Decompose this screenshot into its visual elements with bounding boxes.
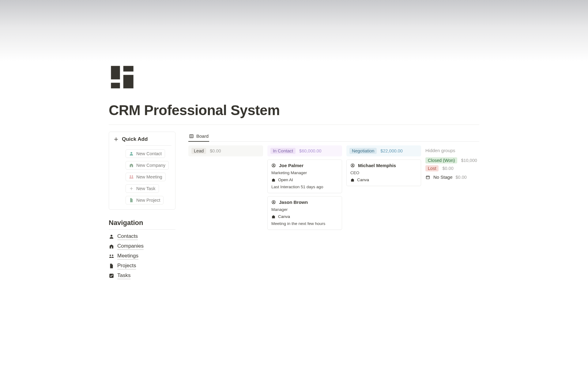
- building-icon: [271, 178, 276, 182]
- people-icon: [109, 253, 114, 259]
- quick-add-card: Quick Add New Contact New Company New Me…: [109, 132, 175, 210]
- page-emoji-icon[interactable]: [109, 61, 136, 94]
- column-header[interactable]: In Contact $60,000.00: [267, 145, 342, 156]
- view-tabs: Board: [188, 132, 479, 142]
- stage-amount: $0.00: [442, 166, 453, 171]
- nav-companies[interactable]: Companies: [109, 243, 175, 250]
- empty-stage-icon: [425, 175, 430, 180]
- contact-company: Open AI: [278, 178, 293, 182]
- svg-rect-1: [123, 66, 134, 71]
- svg-point-11: [112, 255, 114, 256]
- divider: [109, 125, 479, 125]
- svg-rect-9: [111, 247, 112, 249]
- svg-point-19: [352, 164, 353, 166]
- new-company-button[interactable]: New Company: [126, 161, 169, 170]
- svg-rect-5: [131, 166, 132, 167]
- new-project-button[interactable]: New Project: [126, 196, 164, 204]
- column-header[interactable]: Lead $0.00: [188, 145, 263, 156]
- stage-tag: Lost: [425, 165, 439, 171]
- divider: [126, 145, 172, 146]
- contact-name: Jason Brown: [279, 200, 308, 205]
- contact-role: Manager: [271, 207, 338, 212]
- nav-tasks[interactable]: Tasks: [109, 272, 175, 279]
- stage-amount: $0.00: [456, 175, 467, 180]
- page-title: CRM Professional System: [109, 102, 479, 118]
- stage-amount: $10,000: [461, 158, 477, 163]
- divider: [109, 229, 175, 230]
- contact-company: Canva: [357, 178, 369, 182]
- checkbox-icon: [109, 273, 114, 279]
- button-label: New Project: [136, 198, 160, 203]
- nav-contacts[interactable]: Contacts: [109, 233, 175, 240]
- contact-meta: Last Interaction 51 days ago: [271, 185, 338, 189]
- contact-card[interactable]: Jason Brown Manager Canva Meeting in the…: [267, 196, 342, 230]
- new-meeting-button[interactable]: New Meeting: [126, 173, 166, 181]
- contact-role: Marketing Manager: [271, 170, 338, 175]
- nav-meetings[interactable]: Meetings: [109, 253, 175, 260]
- button-label: New Meeting: [136, 174, 162, 179]
- nav-label: Tasks: [117, 272, 130, 279]
- svg-point-10: [110, 255, 111, 256]
- stage-tag: In Contact: [270, 148, 296, 154]
- column-in-contact: In Contact $60,000.00 Joe Palmer Marketi…: [267, 145, 342, 230]
- svg-point-4: [130, 152, 132, 154]
- board-icon: [189, 134, 194, 139]
- cover-image: [0, 0, 588, 61]
- stage-tag: Negotiation: [349, 148, 377, 154]
- hidden-group-won[interactable]: Closed (Won) $10,000: [425, 157, 473, 163]
- person-icon: [129, 151, 134, 156]
- svg-point-17: [273, 201, 274, 202]
- contact-name: Michael Memphis: [358, 163, 396, 168]
- svg-point-6: [130, 175, 131, 177]
- svg-point-8: [111, 235, 112, 237]
- stage-tag: Closed (Won): [425, 157, 457, 163]
- hidden-groups: Hidden groups Closed (Won) $10,000 Lost …: [425, 145, 473, 180]
- svg-point-15: [273, 164, 274, 166]
- navigation-heading: Navigation: [109, 219, 175, 227]
- nav-projects[interactable]: Projects: [109, 263, 175, 269]
- building-icon: [129, 163, 134, 168]
- nav-label: Meetings: [117, 253, 138, 260]
- file-icon: [109, 263, 114, 269]
- button-label: New Company: [136, 163, 165, 168]
- button-label: New Contact: [136, 151, 162, 156]
- column-lead: Lead $0.00: [188, 145, 263, 156]
- svg-rect-2: [111, 83, 120, 88]
- column-negotiation: Negotiation $22,000.00 Michael Memphis C…: [346, 145, 421, 186]
- new-contact-button[interactable]: New Contact: [126, 149, 165, 158]
- contact-company: Canva: [278, 214, 290, 219]
- building-icon: [109, 244, 114, 249]
- person-solid-icon: [109, 234, 114, 239]
- new-task-button[interactable]: New Task: [126, 184, 159, 193]
- svg-rect-3: [123, 75, 134, 88]
- svg-rect-0: [111, 66, 120, 79]
- contact-role: CEO: [350, 170, 417, 175]
- building-icon: [271, 215, 276, 219]
- contact-meta: Meeting in the next few hours: [271, 221, 338, 226]
- tab-board[interactable]: Board: [188, 132, 209, 142]
- building-icon: [350, 178, 355, 182]
- button-label: New Task: [136, 186, 156, 191]
- plus-icon: [129, 186, 134, 191]
- plus-icon: [113, 137, 119, 142]
- hidden-group-nostage[interactable]: No Stage $0.00: [425, 174, 473, 180]
- column-header[interactable]: Negotiation $22,000.00: [346, 145, 421, 156]
- person-circle-icon: [271, 200, 276, 204]
- nav-label: Companies: [117, 243, 144, 250]
- contact-name: Joe Palmer: [279, 163, 303, 168]
- hidden-group-lost[interactable]: Lost $0.00: [425, 165, 473, 171]
- hidden-heading: Hidden groups: [425, 145, 473, 155]
- stage-amount: $22,000.00: [380, 148, 403, 153]
- stage-label: No Stage: [433, 174, 453, 180]
- svg-point-7: [132, 175, 133, 177]
- tab-label: Board: [196, 133, 209, 139]
- quick-add-heading: Quick Add: [122, 136, 148, 142]
- contact-card[interactable]: Joe Palmer Marketing Manager Open AI Las…: [267, 159, 342, 193]
- stage-amount: $60,000.00: [299, 148, 322, 153]
- stage-tag: Lead: [191, 148, 206, 154]
- people-icon: [129, 174, 134, 179]
- person-circle-icon: [271, 163, 276, 168]
- file-icon: [129, 198, 134, 203]
- contact-card[interactable]: Michael Memphis CEO Canva: [346, 159, 421, 186]
- nav-label: Contacts: [117, 233, 138, 240]
